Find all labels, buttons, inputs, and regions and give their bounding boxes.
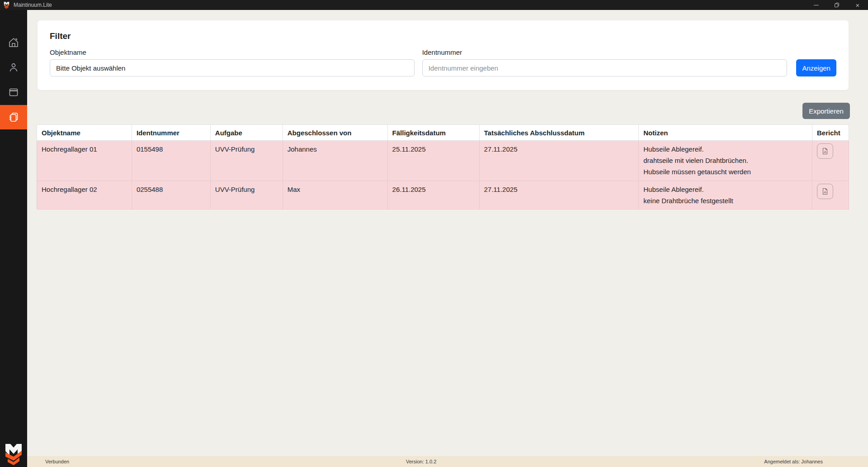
col-faelligkeitsdatum: Fälligkeitsdatum bbox=[387, 125, 479, 141]
identnummer-label: Identnummer bbox=[422, 48, 788, 56]
cell-identnummer: 0155498 bbox=[132, 141, 210, 181]
version-label: Version: 1.0.2 bbox=[406, 459, 436, 464]
sidebar-item-calendar[interactable] bbox=[0, 82, 27, 102]
app-window: Maintinuum.Lite × bbox=[0, 0, 868, 467]
minimize-icon bbox=[814, 5, 819, 5]
col-objektname: Objektname bbox=[37, 125, 132, 141]
close-button[interactable]: × bbox=[847, 0, 868, 10]
filter-title: Filter bbox=[50, 31, 836, 41]
sidebar bbox=[0, 10, 27, 467]
home-icon bbox=[8, 37, 19, 48]
sidebar-item-home[interactable] bbox=[0, 33, 27, 52]
results-table: Objektname Identnummer Aufgabe Abgeschlo… bbox=[37, 124, 849, 210]
cell-aufgabe: UVV-Prüfung bbox=[210, 181, 283, 210]
connection-status: Verbunden bbox=[45, 459, 69, 464]
filter-form: Objektname Identnummer Anzeigen bbox=[50, 48, 836, 76]
main-content: Filter Objektname Identnummer Anzeigen E… bbox=[27, 10, 868, 467]
person-icon bbox=[8, 62, 19, 73]
sidebar-item-users[interactable] bbox=[0, 57, 27, 77]
calendar-icon bbox=[8, 87, 19, 98]
cell-faelligkeitsdatum: 25.11.2025 bbox=[387, 141, 479, 181]
cell-objektname: Hochregallager 02 bbox=[37, 181, 132, 210]
col-abschlussdatum: Tatsächliches Abschlussdatum bbox=[479, 125, 639, 141]
bericht-pdf-button[interactable] bbox=[817, 184, 833, 199]
exportieren-button[interactable]: Exportieren bbox=[802, 103, 850, 119]
restore-icon bbox=[835, 3, 839, 7]
cell-abgeschlossen-von: Johannes bbox=[283, 141, 387, 181]
col-bericht: Bericht bbox=[812, 125, 849, 141]
logged-in-user: Angemeldet als: Johannes bbox=[764, 459, 823, 464]
objektname-select[interactable] bbox=[50, 59, 415, 76]
anzeigen-button[interactable]: Anzeigen bbox=[796, 59, 836, 76]
col-notizen: Notizen bbox=[639, 125, 812, 141]
sidebar-item-reports[interactable] bbox=[0, 105, 27, 129]
cell-aufgabe: UVV-Prüfung bbox=[210, 141, 283, 181]
journals-icon bbox=[8, 112, 19, 123]
brand-logo bbox=[4, 443, 24, 465]
cell-faelligkeitsdatum: 26.11.2025 bbox=[387, 181, 479, 210]
cell-notizen: Hubseile Ablegereif. drahtseile mit viel… bbox=[639, 141, 812, 181]
filter-panel: Filter Objektname Identnummer Anzeigen bbox=[37, 20, 849, 91]
table-row: Hochregallager 01 0155498 UVV-Prüfung Jo… bbox=[37, 141, 849, 181]
table-header: Objektname Identnummer Aufgabe Abgeschlo… bbox=[37, 125, 849, 141]
objektname-field-group: Objektname bbox=[50, 48, 415, 76]
minimize-button[interactable] bbox=[806, 0, 826, 10]
restore-button[interactable] bbox=[826, 0, 847, 10]
cell-bericht bbox=[812, 181, 849, 210]
statusbar: Verbunden Version: 1.0.2 Angemeldet als:… bbox=[27, 456, 868, 467]
identnummer-input[interactable] bbox=[422, 59, 788, 76]
col-identnummer: Identnummer bbox=[132, 125, 210, 141]
table-row: Hochregallager 02 0255488 UVV-Prüfung Ma… bbox=[37, 181, 849, 210]
close-icon: × bbox=[856, 2, 860, 9]
objektname-label: Objektname bbox=[50, 48, 415, 56]
col-abgeschlossen-von: Abgeschlossen von bbox=[283, 125, 387, 141]
cell-objektname: Hochregallager 01 bbox=[37, 141, 132, 181]
titlebar: Maintinuum.Lite × bbox=[0, 0, 868, 10]
identnummer-field-group: Identnummer bbox=[422, 48, 788, 76]
bericht-pdf-button[interactable] bbox=[817, 143, 833, 159]
cell-identnummer: 0255488 bbox=[132, 181, 210, 210]
file-pdf-icon bbox=[821, 148, 829, 155]
file-pdf-icon bbox=[821, 188, 829, 195]
window-title: Maintinuum.Lite bbox=[14, 2, 52, 8]
app-logo-icon bbox=[3, 1, 10, 9]
cell-abgeschlossen-von: Max bbox=[283, 181, 387, 210]
window-controls: × bbox=[806, 0, 868, 10]
col-aufgabe: Aufgabe bbox=[210, 125, 283, 141]
cell-abschlussdatum: 27.11.2025 bbox=[479, 181, 639, 210]
cell-notizen: Hubseile Ablegereif. keine Drahtbrüche f… bbox=[639, 181, 812, 210]
cell-abschlussdatum: 27.11.2025 bbox=[479, 141, 639, 181]
cell-bericht bbox=[812, 141, 849, 181]
